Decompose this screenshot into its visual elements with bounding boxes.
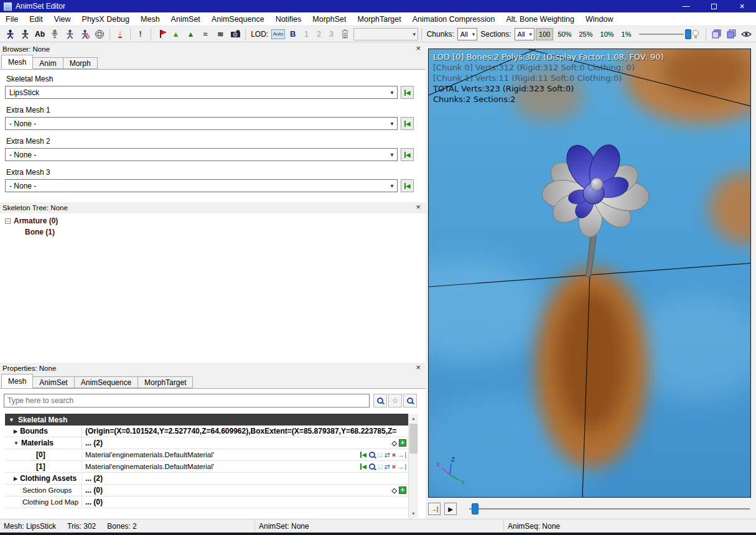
remove-icon[interactable]: × — [392, 452, 396, 458]
zoom-10-button[interactable]: 10% — [597, 28, 617, 40]
menu-physx-debug[interactable]: PhysX Debug — [77, 12, 135, 26]
wind-toggle-button[interactable]: ≈ — [198, 27, 212, 41]
lod-2-button[interactable]: 2 — [314, 27, 325, 41]
menu-view[interactable]: View — [49, 12, 77, 26]
menu-morphset[interactable]: MorphSet — [307, 12, 352, 26]
use-selected-icon[interactable]: ◀ — [360, 463, 366, 470]
advanced-search-button[interactable] — [403, 394, 417, 407]
use-selected-extra2-button[interactable]: ◀ — [401, 148, 414, 161]
properties-close-button[interactable]: × — [416, 363, 421, 372]
show-sockets-button[interactable] — [48, 27, 62, 41]
menu-animsequence[interactable]: AnimSequence — [206, 12, 270, 26]
favorites-button[interactable]: ☆ — [388, 394, 402, 407]
timeline-slider[interactable] — [469, 503, 751, 515]
property-row-clothing-assets[interactable]: ▶Clothing Assets ... (2) — [5, 473, 408, 485]
show-wireframe-button[interactable] — [93, 27, 106, 41]
menu-animset[interactable]: AnimSet — [166, 12, 206, 26]
add-item-icon[interactable]: + — [399, 439, 406, 447]
property-row-material-0[interactable]: [0] Material'enginematerials.DefaultMate… — [5, 449, 408, 461]
lod-auto-button[interactable]: Auto — [271, 29, 285, 39]
zoom-1-button[interactable]: 1% — [618, 28, 635, 40]
attach-to-floor-button[interactable]: ↓ — [113, 27, 127, 41]
soft-body-toggle-button[interactable]: ▲ — [184, 27, 197, 41]
use-selected-mesh-button[interactable]: ◀ — [401, 86, 414, 99]
caret-right-icon[interactable]: ▶ — [14, 429, 17, 434]
lod-1-button[interactable]: 1 — [301, 27, 312, 41]
property-row-materials[interactable]: ▼Materials ... (2) ◇ + — [5, 437, 408, 449]
screenshot-button[interactable] — [228, 27, 242, 41]
close-button[interactable]: × — [728, 0, 756, 12]
property-grid-scrollbar[interactable]: ▲ ▼ — [408, 414, 418, 518]
browser-tab-mesh[interactable]: Mesh — [1, 55, 33, 69]
menu-window[interactable]: Window — [580, 12, 618, 26]
menu-mesh[interactable]: Mesh — [135, 12, 166, 26]
socket-translate-button[interactable] — [63, 27, 77, 41]
extra-mesh-2-select[interactable]: - None - ▾ — [5, 148, 398, 161]
paste-mesh-button[interactable] — [724, 27, 738, 41]
menu-file[interactable]: File — [0, 12, 24, 26]
remove-icon[interactable]: × — [392, 463, 396, 470]
extra-mesh-1-select[interactable]: - None - ▾ — [5, 117, 398, 130]
insert-icon[interactable]: →| — [398, 452, 406, 458]
scroll-down-button[interactable]: ▼ — [409, 509, 418, 518]
go-to-end-button[interactable]: →| — [428, 503, 441, 515]
lod-3-button[interactable]: 3 — [326, 27, 337, 41]
properties-tab-mesh[interactable]: Mesh — [1, 374, 33, 388]
tree-expander-minus[interactable]: − — [5, 218, 11, 224]
notifies-button[interactable]: ! — [134, 27, 147, 41]
visibility-toggle-button[interactable] — [739, 27, 753, 41]
find-in-browser-icon[interactable] — [368, 451, 376, 459]
zoom-25-button[interactable]: 25% — [576, 28, 596, 40]
menu-notifies[interactable]: Notifies — [270, 12, 307, 26]
properties-tab-animset[interactable]: AnimSet — [32, 376, 74, 388]
menu-morphtarget[interactable]: MorphTarget — [352, 12, 407, 26]
skeleton-tree-close-button[interactable]: × — [416, 202, 421, 212]
show-bone-names-button[interactable]: Ab — [33, 27, 47, 41]
use-selected-icon[interactable]: ◀ — [360, 452, 366, 458]
cloth-toggle-button[interactable]: ▲ — [169, 27, 182, 41]
tree-item-armature[interactable]: Armature (0) — [14, 216, 58, 225]
extra-mesh-3-select[interactable]: - None - ▾ — [5, 179, 398, 192]
clear-icon[interactable]: □ — [378, 452, 383, 458]
browser-close-button[interactable]: × — [416, 44, 421, 53]
slider-thumb[interactable] — [685, 29, 691, 39]
properties-tab-morphtarget[interactable]: MorphTarget — [138, 376, 193, 388]
skeletal-mesh-select[interactable]: LipsStick ▾ — [5, 86, 398, 99]
zoom-100-button[interactable]: 100 — [536, 28, 553, 40]
property-row-section-groups[interactable]: Section Groups ... (0) ◇ + — [5, 485, 408, 496]
property-row-bounds[interactable]: ▶Bounds (Origin=(X=0.101524,Y=2.527740,Z… — [5, 426, 408, 437]
add-item-icon[interactable]: + — [399, 486, 406, 494]
timeline-thumb[interactable] — [472, 503, 478, 514]
insert-icon[interactable]: →| — [398, 463, 406, 470]
zoom-50-button[interactable]: 50% — [554, 28, 574, 40]
flag-button[interactable] — [154, 27, 167, 41]
show-skeleton-button[interactable] — [3, 27, 17, 41]
property-row-material-1[interactable]: [1] Material'enginematerials.DefaultMate… — [5, 461, 408, 473]
minimize-button[interactable]: — — [672, 0, 700, 12]
swap-icon[interactable]: ⇄ — [384, 452, 390, 458]
collapse-array-icon[interactable]: ◇ — [392, 440, 397, 447]
menu-edit[interactable]: Edit — [24, 12, 49, 26]
playback-speed-slider[interactable] — [639, 28, 684, 40]
property-group-skeletal-mesh[interactable]: ▼ Skeletal Mesh — [5, 414, 408, 426]
collapse-array-icon[interactable]: ◇ — [392, 487, 397, 494]
show-bone-influences-button[interactable] — [18, 27, 32, 41]
browser-tab-morph[interactable]: Morph — [63, 57, 98, 69]
play-button[interactable]: ▶ — [444, 503, 457, 515]
maximize-button[interactable] — [700, 0, 728, 12]
copy-mesh-button[interactable] — [709, 27, 723, 41]
use-selected-extra3-button[interactable]: ◀ — [401, 179, 414, 192]
scroll-up-button[interactable]: ▲ — [409, 414, 418, 423]
scroll-thumb[interactable] — [409, 424, 418, 454]
use-selected-extra1-button[interactable]: ◀ — [401, 117, 414, 130]
clear-icon[interactable]: □ — [378, 463, 383, 470]
search-button[interactable] — [373, 394, 387, 407]
swap-icon[interactable]: ⇄ — [384, 463, 390, 470]
physics-sim-button[interactable]: ≋ — [213, 27, 227, 41]
caret-right-icon[interactable]: ▶ — [14, 476, 17, 482]
caret-down-icon[interactable]: ▼ — [14, 440, 19, 446]
lod-base-button[interactable]: B — [286, 27, 300, 41]
search-input[interactable] — [4, 394, 370, 407]
viewport-3d[interactable]: Z X Y LOD [0] Bones:2 Polys:302 (Display… — [428, 49, 751, 498]
tree-item-bone[interactable]: Bone (1) — [25, 228, 55, 236]
